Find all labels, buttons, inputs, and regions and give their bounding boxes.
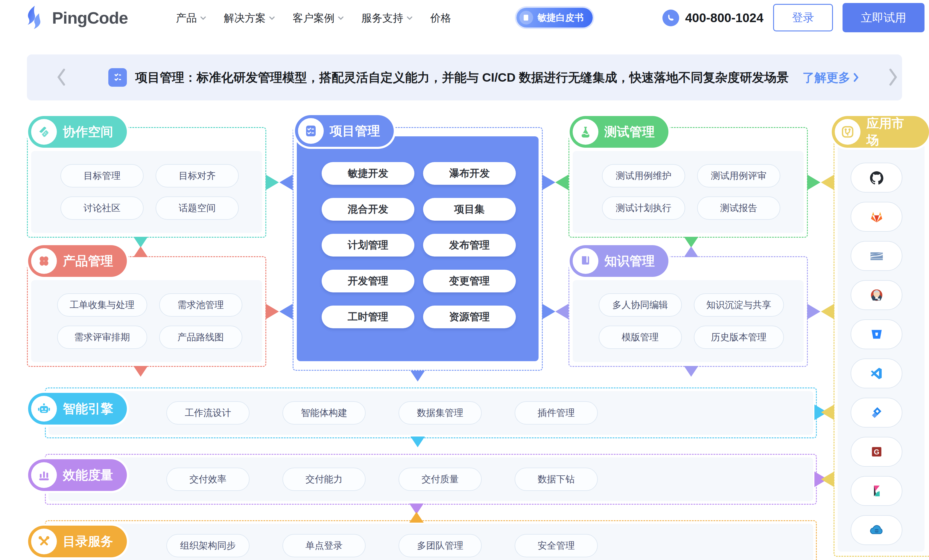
feature-pill: 需求评审排期 (57, 326, 147, 349)
arrow-right-icon (807, 174, 820, 190)
arrow-right-icon (542, 304, 555, 319)
badge-product: 产品管理 (28, 245, 127, 277)
badge-testing: 测试管理 (570, 116, 668, 148)
feature-pill: 瀑布开发 (423, 162, 516, 185)
logo-text: PingCode (52, 8, 128, 28)
feature-pill: 交付效率 (166, 468, 250, 491)
arrow-down-icon (684, 366, 698, 377)
cloud-icon (868, 522, 885, 539)
project-checklist-icon (108, 68, 127, 87)
app-pill-vscode[interactable] (851, 358, 902, 389)
nav-pricing[interactable]: 价格 (430, 11, 451, 25)
feature-pill: 历史版本管理 (694, 326, 784, 349)
phone-number: 400-800-1024 (685, 11, 763, 25)
badge-collaboration: 协作空间 (28, 116, 127, 148)
arrow-up-icon (133, 246, 148, 257)
contact-phone: 400-800-1024 (662, 0, 763, 36)
feature-pill: 混合开发 (322, 198, 414, 221)
bar-chart-icon (31, 462, 57, 488)
badge-ai-engine: 智能引擎 (28, 393, 127, 425)
arrow-left-icon (279, 304, 293, 319)
app-pill-jira[interactable] (851, 398, 902, 428)
robot-icon (31, 396, 57, 422)
pingcode-logo[interactable]: PingCode (25, 5, 128, 31)
chevron-right-icon (889, 69, 898, 86)
product-items: 工单收集与处理需求池管理需求评审排期产品路线图 (42, 280, 257, 362)
chevron-down-icon (269, 16, 275, 20)
feature-pill: 测试报告 (697, 196, 780, 220)
nav-support[interactable]: 服务支持 (362, 11, 413, 25)
ai-items: 工作流设计智能体构建数据集管理插件管理 (166, 401, 598, 425)
feature-pill: 测试计划执行 (602, 196, 685, 220)
arrow-down-icon (684, 237, 698, 248)
bitbucket-icon (869, 326, 885, 342)
banner-next-button[interactable] (889, 69, 898, 87)
arrow-down-icon (133, 237, 148, 248)
feature-pill: 工时管理 (322, 306, 414, 328)
feature-pill: 交付能力 (282, 468, 366, 491)
phone-icon (662, 9, 679, 26)
badge-knowledge: 知识管理 (570, 245, 668, 277)
subversion-icon (868, 247, 885, 265)
arrow-up-icon (684, 246, 698, 257)
feature-pill: 交付质量 (399, 468, 482, 491)
feature-pill: 插件管理 (515, 401, 598, 425)
top-navigation-bar: PingCode 产品 解决方案 客户案例 服务支持 价格 (0, 0, 929, 36)
feature-pill: 安全管理 (515, 534, 598, 557)
app-pill-bitbucket[interactable] (851, 319, 902, 349)
feature-pill: 项目集 (423, 198, 516, 221)
banner-learn-more-link[interactable]: 了解更多 (802, 54, 859, 101)
feature-pill: 敏捷开发 (322, 162, 414, 185)
badge-project: 项目管理 (295, 115, 394, 147)
arrow-down-icon (133, 366, 148, 377)
feature-pill: 产品路线图 (159, 326, 242, 349)
gitlab-icon (868, 208, 885, 225)
app-pill-cloud[interactable] (851, 515, 902, 545)
arrow-up-icon (409, 512, 424, 523)
whitepaper-button[interactable]: 敏捷白皮书 (517, 8, 593, 28)
feature-pill: 测试用例维护 (602, 164, 685, 187)
feature-pill: 工作流设计 (166, 401, 250, 425)
app-pill-gitlab[interactable] (851, 202, 902, 232)
nav-solutions[interactable]: 解决方案 (224, 11, 275, 25)
arrow-right-icon (266, 174, 279, 190)
app-pill-gitee[interactable]: G (851, 437, 902, 467)
arrow-left-icon (821, 471, 834, 487)
login-button[interactable]: 登录 (773, 4, 833, 31)
feature-pill: 知识沉淀与共享 (694, 293, 784, 317)
tools-icon (31, 529, 57, 554)
feature-pill: 组织架构同步 (166, 534, 250, 557)
chevron-left-icon (57, 69, 66, 86)
feature-pill: 数据下钻 (515, 468, 598, 491)
feature-pill: 单点登录 (282, 534, 366, 557)
app-pill-github[interactable] (851, 163, 902, 193)
chevron-right-icon (853, 73, 859, 82)
feature-pill: 计划管理 (322, 234, 414, 257)
book-icon (573, 248, 598, 274)
chevron-down-icon (337, 16, 344, 20)
app-pill-jenkins[interactable] (851, 280, 902, 310)
arrow-right-icon (542, 174, 555, 190)
app-pill-kibana[interactable] (851, 476, 902, 506)
arrow-left-icon (821, 304, 834, 319)
app-pill-subversion[interactable] (851, 241, 902, 271)
metrics-items: 交付效率交付能力交付质量数据下钻 (166, 468, 598, 491)
feature-pill: 测试用例评审 (697, 164, 780, 187)
knowledge-items: 多人协同编辑知识沉淀与共享模版管理历史版本管理 (583, 280, 799, 362)
nav-products[interactable]: 产品 (176, 11, 207, 25)
banner-text: 项目管理：标准化研发管理模型，搭配灵活自定义能力，并能与 CI/CD 数据进行无… (135, 54, 789, 101)
feature-pill: 需求池管理 (159, 293, 242, 317)
jira-icon (869, 404, 885, 421)
feature-pill: 变更管理 (423, 270, 516, 292)
feature-pill: 发布管理 (423, 234, 516, 257)
chevron-down-icon (200, 16, 207, 20)
trial-button[interactable]: 立即试用 (843, 3, 924, 32)
feature-pill: 开发管理 (322, 270, 414, 292)
arrow-left-icon (555, 174, 569, 190)
banner-prev-button[interactable] (57, 69, 66, 87)
nav-customers[interactable]: 客户案例 (293, 11, 344, 25)
feature-pill: 工单收集与处理 (57, 293, 147, 317)
handshake-icon (31, 119, 57, 145)
pingcode-logo-icon (25, 5, 48, 31)
arrow-left-icon (821, 404, 834, 420)
